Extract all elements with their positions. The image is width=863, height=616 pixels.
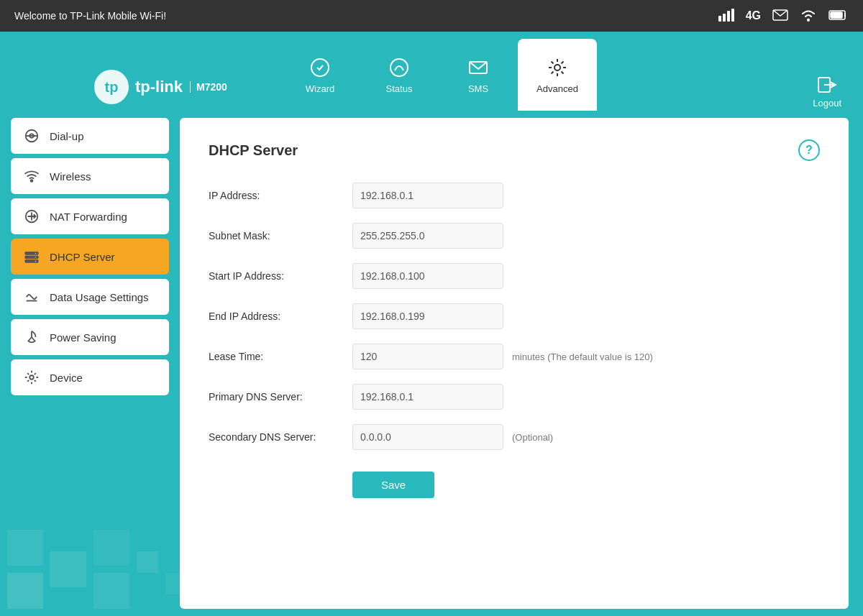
sidebar-item-nat[interactable]: NAT Forwarding [11, 198, 169, 234]
input-ip_address[interactable] [352, 183, 503, 208]
svg-rect-2 [727, 11, 730, 22]
mail-icon [772, 9, 788, 23]
form-row-ip_address: IP Address: [209, 183, 820, 208]
help-button[interactable]: ? [798, 139, 820, 161]
svg-point-23 [35, 261, 37, 262]
sidebar-item-device[interactable]: Device [11, 359, 169, 395]
page-title: DHCP Server ? [209, 139, 820, 161]
svg-point-10 [311, 59, 329, 76]
save-button[interactable]: Save [352, 472, 434, 498]
svg-point-21 [35, 253, 37, 254]
hint-lease_time: minutes (The default value is 120) [512, 351, 653, 362]
wireless-icon [24, 168, 40, 184]
navbar: tp tp-link M7200 Wizard Status [0, 32, 863, 111]
svg-point-11 [391, 59, 408, 76]
label-subnet_mask: Subnet Mask: [209, 230, 352, 242]
svg-point-5 [807, 19, 810, 22]
input-lease_time[interactable] [352, 344, 503, 369]
input-subnet_mask[interactable] [352, 223, 503, 249]
label-start_ip: Start IP Address: [209, 270, 352, 282]
content-area: DHCP Server ? IP Address:Subnet Mask:Sta… [180, 118, 849, 609]
svg-point-16 [31, 180, 33, 182]
form-row-subnet_mask: Subnet Mask: [209, 223, 820, 249]
form-row-secondary_dns: Secondary DNS Server:(Optional) [209, 424, 820, 450]
svg-rect-0 [718, 16, 721, 22]
signal-icon [718, 9, 734, 24]
label-end_ip: End IP Address: [209, 311, 352, 322]
wifi-icon [800, 8, 817, 24]
input-end_ip[interactable] [352, 303, 503, 329]
tab-advanced[interactable]: Advanced [518, 39, 597, 111]
label-lease_time: Lease Time: [209, 351, 352, 362]
topbar-title: Welcome to TP-Link Mobile Wi-Fi! [14, 10, 166, 22]
topbar: Welcome to TP-Link Mobile Wi-Fi! 4G [0, 0, 863, 32]
svg-point-24 [29, 375, 34, 380]
svg-rect-1 [723, 14, 726, 22]
powersaving-icon [24, 329, 40, 345]
svg-text:tp: tp [105, 79, 119, 95]
dhcp-icon [24, 249, 40, 265]
input-secondary_dns[interactable] [352, 424, 503, 450]
network-type: 4G [746, 9, 761, 22]
label-secondary_dns: Secondary DNS Server: [209, 431, 352, 443]
tab-wizard[interactable]: Wizard [280, 39, 360, 111]
form-row-lease_time: Lease Time:minutes (The default value is… [209, 344, 820, 369]
device-icon [24, 369, 40, 385]
nav-tabs: Wizard Status SMS Advanced [280, 39, 597, 111]
tab-sms[interactable]: SMS [439, 39, 518, 111]
label-primary_dns: Primary DNS Server: [209, 391, 352, 403]
sidebar-item-dhcp[interactable]: DHCP Server [11, 239, 169, 275]
input-start_ip[interactable] [352, 263, 503, 289]
datausage-icon [24, 289, 40, 305]
svg-rect-3 [731, 9, 734, 22]
sidebar-item-dialup[interactable]: Dial-up [11, 118, 169, 154]
logout-button[interactable]: Logout [813, 75, 841, 109]
main-layout: Dial-up Wireless NAT Forwarding [0, 111, 863, 616]
form-row-start_ip: Start IP Address: [209, 263, 820, 289]
logo-model: M7200 [190, 81, 227, 93]
svg-point-13 [554, 65, 560, 70]
logo: tp tp-link M7200 [93, 69, 227, 105]
label-ip_address: IP Address: [209, 190, 352, 201]
nat-icon [24, 208, 40, 224]
svg-rect-7 [831, 12, 842, 18]
sidebar-item-wireless[interactable]: Wireless [11, 158, 169, 194]
sidebar: Dial-up Wireless NAT Forwarding [0, 111, 180, 616]
dhcp-form: IP Address:Subnet Mask:Start IP Address:… [209, 183, 820, 450]
hint-secondary_dns: (Optional) [512, 432, 553, 443]
sidebar-item-datausage[interactable]: Data Usage Settings [11, 279, 169, 315]
logo-text: tp-link M7200 [135, 78, 227, 96]
dialup-icon [24, 128, 40, 144]
tab-status[interactable]: Status [360, 39, 439, 111]
tp-link-logo-icon: tp [93, 69, 129, 105]
form-row-end_ip: End IP Address: [209, 303, 820, 329]
topbar-icons: 4G [718, 8, 849, 24]
svg-point-22 [35, 257, 37, 258]
battery-icon [828, 9, 849, 23]
sidebar-item-powersaving[interactable]: Power Saving [11, 319, 169, 355]
form-row-primary_dns: Primary DNS Server: [209, 384, 820, 410]
input-primary_dns[interactable] [352, 384, 503, 410]
